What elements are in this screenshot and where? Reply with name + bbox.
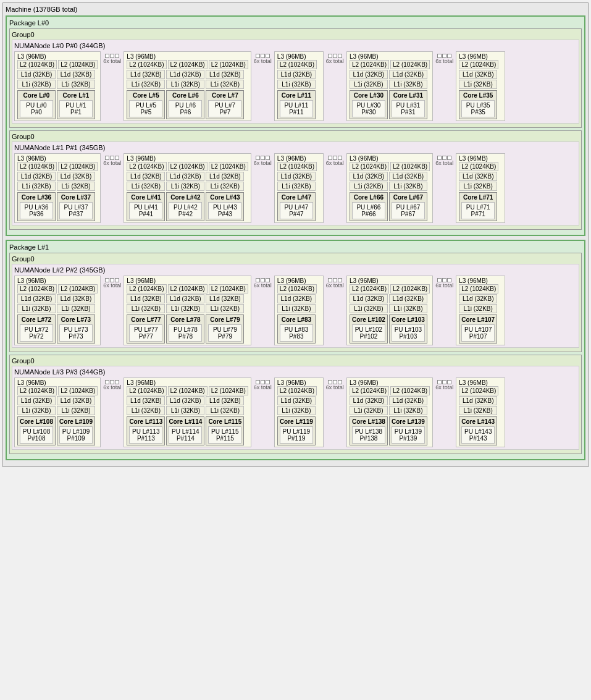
l1i-cell: L1i (32KB): [459, 304, 497, 313]
l1i-cell: L1i (32KB): [206, 304, 244, 313]
l1i-cell: L1i (32KB): [389, 304, 427, 313]
core-block: Core L#35 PU L#35P#35: [459, 90, 497, 119]
numa-0-title: NUMANode L#0 P#0 (344GB): [14, 42, 577, 49]
machine-container: Machine (1378GB total) Package L#0 Group…: [2, 2, 589, 467]
l1d-cell: L1d (32KB): [350, 294, 388, 303]
core-label: Core L#7: [208, 92, 241, 99]
group-1-numa-2: Group0 NUMANode L#2 P#2 (345GB) L3 (96MB…: [9, 253, 582, 352]
core-label: Core L#79: [208, 316, 241, 323]
l2-cell: L2 (1024KB): [168, 284, 207, 293]
l1i-cell: L1i (32KB): [17, 182, 56, 191]
l1i-cell: L1i (32KB): [127, 304, 165, 313]
l1i-cell: L1i (32KB): [127, 182, 165, 191]
l3-label: L3 (96MB): [459, 379, 502, 386]
package-0-title: Package L#0: [9, 19, 582, 27]
l1i-cell: L1i (32KB): [389, 182, 427, 191]
core-block: Core L#107 PU L#107P#107: [459, 314, 497, 344]
core-block: Core L#83 PU L#83P#83: [277, 314, 316, 344]
l3-label: L3 (96MB): [350, 379, 430, 386]
extra-label: 6x total: [326, 58, 344, 64]
l1d-cell: L1d (32KB): [459, 396, 497, 405]
pu-block: PU L#5P#5: [129, 100, 162, 117]
l2-cell: L2 (1024KB): [459, 284, 498, 293]
package-1-title: Package L#1: [9, 243, 582, 251]
l1d-cell: L1d (32KB): [127, 396, 165, 405]
l1i-cell: L1i (32KB): [389, 406, 427, 415]
core-label: Core L#77: [129, 316, 162, 323]
l3-label: L3 (96MB): [127, 155, 248, 162]
core-label: Core L#72: [20, 316, 53, 323]
core-block: Core L#114 PU L#114P#114: [166, 416, 204, 445]
l1d-cell: L1d (32KB): [350, 70, 388, 79]
core-label: Core L#114: [169, 418, 202, 425]
pu-block: PU L#31P#31: [392, 100, 425, 117]
l3-label: L3 (96MB): [127, 277, 248, 284]
pu-block: PU L#109P#109: [59, 426, 93, 444]
group-0-numa-1-title: Group0: [12, 133, 579, 140]
l1i-cell: L1i (32KB): [166, 406, 204, 415]
pu-block: PU L#143P#143: [461, 426, 495, 444]
l2-cell: L2 (1024KB): [459, 60, 498, 69]
core-block: Core L#138 PU L#138P#138: [350, 416, 388, 445]
core-block: Core L#73 PU L#73P#73: [57, 314, 95, 344]
l1i-cell: L1i (32KB): [277, 406, 316, 415]
core-label: Core L#107: [461, 316, 495, 323]
l1i-cell: L1i (32KB): [459, 80, 497, 89]
l3-label: L3 (96MB): [350, 155, 430, 162]
core-label: Core L#11: [280, 92, 313, 99]
extra-label: 6x total: [326, 384, 344, 390]
pu-block: PU L#71P#71: [461, 202, 495, 219]
group-1-numa-2-title: Group0: [12, 255, 579, 263]
pu-block: PU L#1P#1: [59, 100, 93, 117]
core-label: Core L#5: [129, 92, 162, 99]
core-label: Core L#0: [20, 92, 53, 99]
l1d-cell: L1d (32KB): [127, 172, 165, 181]
l1d-cell: L1d (32KB): [57, 294, 95, 303]
l2-cell: L2 (1024KB): [168, 386, 207, 395]
extra-label: 6x total: [326, 282, 344, 289]
package-0: Package L#0 Group0 NUMANode L#0 P#0 (344…: [6, 15, 585, 236]
group-1-numa-3: Group0 NUMANode L#3 P#3 (344GB) L3 (96MB…: [9, 355, 582, 454]
core-block: Core L#71 PU L#71P#71: [459, 192, 497, 221]
l1i-cell: L1i (32KB): [277, 182, 316, 191]
l1d-cell: L1d (32KB): [57, 70, 95, 79]
core-label: Core L#37: [59, 194, 93, 201]
pu-block: PU L#102P#102: [352, 324, 385, 342]
l1d-cell: L1d (32KB): [17, 396, 56, 405]
l2-cell: L2 (1024KB): [58, 284, 98, 293]
extra-label: 6x total: [103, 282, 121, 289]
l1d-cell: L1d (32KB): [277, 70, 316, 79]
extra-label: 6x total: [103, 58, 121, 64]
l2-cell: L2 (1024KB): [459, 386, 498, 395]
l2-cell: L2 (1024KB): [17, 162, 57, 171]
extra-label: 6x total: [326, 160, 344, 166]
l2-cell: L2 (1024KB): [390, 60, 430, 69]
pu-block: PU L#7P#7: [208, 100, 241, 117]
extra-label: 6x total: [435, 160, 453, 166]
core-label: Core L#30: [352, 92, 385, 99]
pu-block: PU L#83P#83: [280, 324, 313, 342]
core-label: Core L#66: [352, 194, 385, 201]
pu-block: PU L#66P#66: [352, 202, 385, 219]
core-label: Core L#119: [280, 418, 313, 425]
core-label: Core L#109: [59, 418, 93, 425]
pu-block: PU L#67P#67: [392, 202, 425, 219]
l2-cell: L2 (1024KB): [58, 60, 98, 69]
package-1: Package L#1 Group0 NUMANode L#2 P#2 (345…: [6, 240, 585, 460]
pu-block: PU L#11P#11: [280, 100, 313, 117]
l2-cell: L2 (1024KB): [459, 162, 498, 171]
pu-block: PU L#73P#73: [59, 324, 93, 342]
group-0-numa-1: Group0 NUMANode L#1 P#1 (345GB) L3 (96MB…: [9, 130, 582, 230]
l2-cell: L2 (1024KB): [127, 60, 166, 69]
pu-block: PU L#107P#107: [461, 324, 495, 342]
core-label: Core L#83: [280, 316, 313, 323]
pu-block: PU L#119P#119: [280, 426, 313, 444]
l2-cell: L2 (1024KB): [209, 284, 248, 293]
l1d-cell: L1d (32KB): [206, 172, 244, 181]
l2-cell: L2 (1024KB): [17, 284, 57, 293]
extra-label: 6x total: [103, 384, 121, 390]
core-block: Core L#31 PU L#31P#31: [389, 90, 427, 119]
core-label: Core L#115: [208, 418, 241, 425]
l1i-cell: L1i (32KB): [57, 80, 95, 89]
l3-label: L3 (96MB): [459, 155, 502, 162]
